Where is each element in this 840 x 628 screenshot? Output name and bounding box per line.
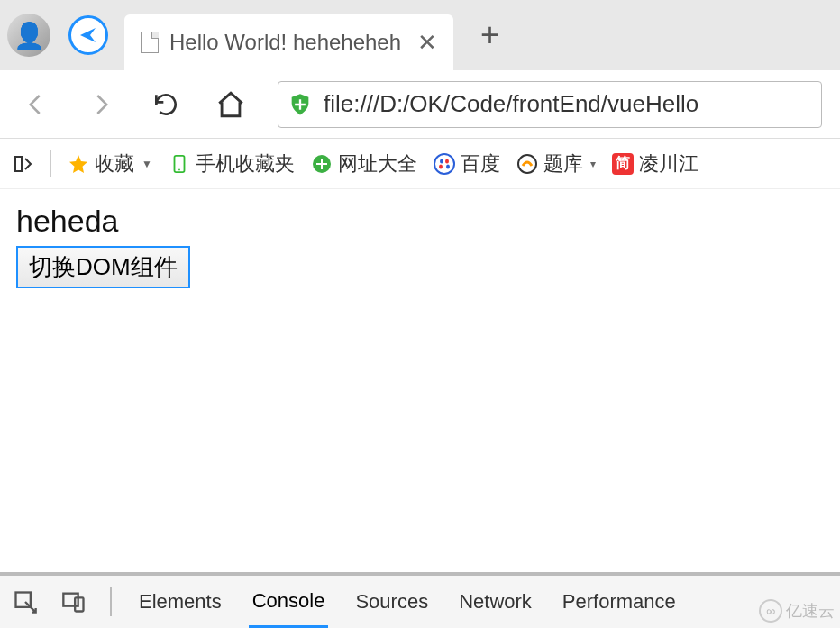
page-icon bbox=[141, 32, 159, 53]
bookmark-label: 百度 bbox=[461, 150, 500, 177]
back-button[interactable] bbox=[18, 86, 54, 123]
sites-icon bbox=[311, 153, 333, 175]
devtools-tab-elements[interactable]: Elements bbox=[135, 578, 225, 626]
watermark-icon: ∞ bbox=[759, 599, 782, 623]
svg-point-4 bbox=[434, 154, 454, 174]
bookmark-label: 收藏 bbox=[95, 150, 134, 177]
bookmark-label: 凌川江 bbox=[639, 150, 698, 177]
devtools-tab-network[interactable]: Network bbox=[455, 578, 535, 626]
mobile-icon bbox=[169, 153, 190, 175]
bookmark-sites[interactable]: 网址大全 bbox=[311, 150, 417, 177]
toggle-device-icon[interactable] bbox=[61, 589, 87, 614]
inspect-element-icon[interactable] bbox=[13, 589, 38, 614]
star-icon bbox=[68, 153, 89, 175]
svg-point-7 bbox=[439, 164, 443, 168]
reload-button[interactable] bbox=[148, 86, 184, 123]
devtools-bar: Elements Console Sources Network Perform… bbox=[0, 572, 840, 628]
devtools-tab-console[interactable]: Console bbox=[249, 577, 329, 628]
chevron-down-icon: ▼ bbox=[142, 158, 152, 170]
bookmark-label: 手机收藏夹 bbox=[196, 150, 295, 177]
bookmark-label: 题库 bbox=[543, 150, 583, 177]
browser-tab[interactable]: Hello World! heheheheh ✕ bbox=[124, 14, 453, 70]
watermark: ∞ 亿速云 bbox=[759, 599, 835, 623]
address-bar[interactable]: file:///D:/OK/Code/frontEnd/vueHello bbox=[278, 81, 822, 128]
page-content: heheda 切换DOM组件 bbox=[0, 189, 840, 303]
bookmarks-toggle-icon[interactable] bbox=[13, 153, 34, 175]
security-shield-icon bbox=[288, 92, 313, 117]
chevron-down-icon: ▾ bbox=[590, 158, 596, 170]
svg-point-6 bbox=[445, 159, 449, 163]
lingchuan-icon: 简 bbox=[612, 153, 634, 175]
add-tab-button[interactable]: + bbox=[480, 16, 499, 54]
svg-point-5 bbox=[440, 159, 443, 163]
bookmark-tiku[interactable]: 题库 ▾ bbox=[516, 150, 596, 177]
tab-title: Hello World! heheheheh bbox=[169, 30, 401, 55]
svg-point-9 bbox=[518, 155, 536, 173]
home-button[interactable] bbox=[213, 86, 249, 123]
url-text: file:///D:/OK/Code/frontEnd/vueHello bbox=[324, 90, 698, 118]
svg-rect-0 bbox=[15, 157, 22, 171]
baidu-icon bbox=[434, 153, 455, 175]
devtools-tab-sources[interactable]: Sources bbox=[352, 578, 432, 626]
nav-toolbar: file:///D:/OK/Code/frontEnd/vueHello bbox=[0, 70, 840, 139]
browser-logo-icon[interactable] bbox=[68, 15, 108, 55]
svg-point-8 bbox=[446, 164, 450, 168]
watermark-text: 亿速云 bbox=[786, 600, 835, 622]
bookmark-mobile[interactable]: 手机收藏夹 bbox=[169, 150, 295, 177]
bookmark-lingchuan[interactable]: 简 凌川江 bbox=[612, 150, 698, 177]
separator bbox=[110, 587, 112, 616]
separator bbox=[50, 150, 51, 177]
bookmark-label: 网址大全 bbox=[338, 150, 417, 177]
user-avatar[interactable]: 👤 bbox=[7, 14, 50, 57]
bookmark-baidu[interactable]: 百度 bbox=[434, 150, 500, 177]
close-tab-icon[interactable]: ✕ bbox=[417, 29, 437, 57]
tiku-icon bbox=[516, 153, 538, 175]
forward-button[interactable] bbox=[83, 86, 119, 123]
page-heading: heheda bbox=[16, 204, 824, 239]
toggle-dom-button[interactable]: 切换DOM组件 bbox=[16, 246, 190, 288]
bookmark-bar: 收藏 ▼ 手机收藏夹 网址大全 百度 题库 ▾ 简 凌川江 bbox=[0, 139, 840, 189]
svg-point-2 bbox=[178, 168, 180, 170]
browser-tab-bar: 👤 Hello World! heheheheh ✕ + bbox=[0, 0, 840, 70]
devtools-tab-performance[interactable]: Performance bbox=[559, 578, 680, 626]
bookmark-favorites[interactable]: 收藏 ▼ bbox=[68, 150, 152, 177]
